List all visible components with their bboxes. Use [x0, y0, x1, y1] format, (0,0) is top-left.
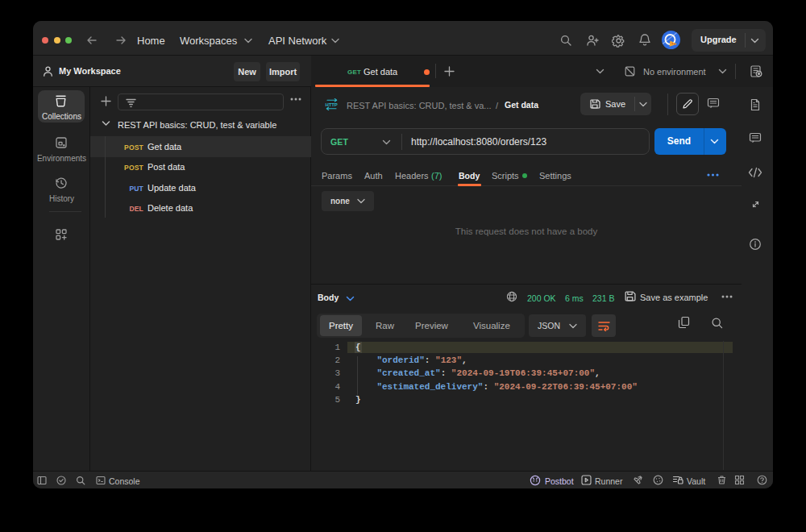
- svg-text:HTTP: HTTP: [326, 102, 338, 107]
